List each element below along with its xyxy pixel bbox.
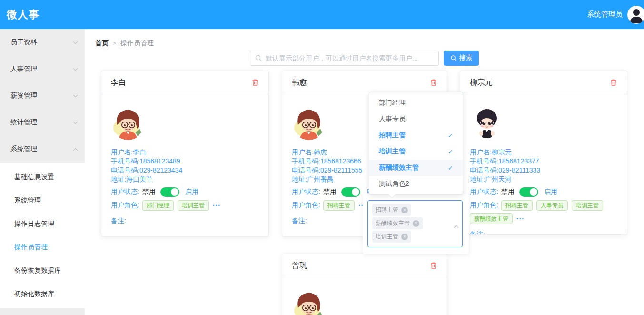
phone-label: 手机号码:	[111, 157, 139, 165]
user-role-row: 用户角色: 部门经理 培训主管 ···	[111, 200, 259, 211]
remove-role-icon[interactable]: ×	[401, 234, 408, 240]
username-value: 李白	[133, 148, 146, 156]
system-management-submenu: 基础信息设置 系统管理 操作日志管理 操作员管理 备份恢复数据库 初始化数据库	[0, 163, 85, 308]
sidebar-item-statistics-management[interactable]: 统计管理	[0, 109, 85, 136]
phone-value: 18568123377	[498, 157, 539, 165]
breadcrumb-current: 操作员管理	[120, 39, 154, 48]
username-label: 用户名:	[470, 148, 492, 156]
check-icon: ✓	[448, 164, 453, 172]
search-button-label: 搜索	[459, 54, 473, 62]
edit-roles-button[interactable]: ···	[516, 215, 525, 223]
sidebar-item-hr-management[interactable]: 人事管理	[0, 56, 85, 82]
trash-icon	[251, 79, 259, 86]
address-value: 海口美兰	[126, 175, 153, 183]
user-state-label: 用户状态:	[292, 188, 320, 196]
chevron-down-icon	[73, 39, 78, 44]
remove-role-icon[interactable]: ×	[413, 220, 419, 227]
dropdown-item-recruit-supervisor[interactable]: 招聘主管 ✓	[369, 127, 463, 143]
address-label: 地址:	[292, 175, 307, 183]
card-header: 李白	[101, 71, 268, 94]
telephone-label: 电话号码:	[470, 166, 498, 174]
submenu-item-operation-log[interactable]: 操作日志管理	[0, 212, 85, 235]
search-bar: 搜索	[250, 51, 479, 66]
menu-label: 薪资管理	[10, 91, 37, 100]
role-tag: 招聘主管	[323, 200, 355, 211]
dropdown-item-label: 部门经理	[379, 99, 406, 107]
selected-role-label: 招聘主管	[376, 206, 398, 214]
dropdown-item-hr-specialist[interactable]: 人事专员	[369, 111, 463, 127]
chevron-down-icon	[73, 66, 78, 71]
role-multi-select[interactable]: 招聘主管 × 薪酬绩效主管 × 培训主管 ×	[367, 200, 463, 247]
submenu-item-basic-info-settings[interactable]: 基础信息设置	[0, 165, 85, 189]
username-label: 用户名:	[111, 148, 133, 156]
trash-icon	[430, 262, 437, 269]
remark-label: 备注:	[111, 217, 259, 225]
username-label: 用户名:	[292, 148, 314, 156]
user-avatar[interactable]	[627, 6, 644, 24]
breadcrumb: 首页 > 操作员管理	[95, 39, 154, 48]
role-tag: 薪酬绩效主管	[470, 213, 513, 224]
delete-user-button[interactable]	[610, 79, 617, 86]
dropdown-item-test-role-2[interactable]: 测试角色2	[369, 176, 463, 192]
phone-value: 18568123666	[320, 157, 361, 165]
phone-label: 手机号码:	[470, 157, 498, 165]
user-menu[interactable]: 系统管理员	[587, 0, 644, 29]
card-body	[282, 277, 447, 315]
submenu-item-operator-management[interactable]: 操作员管理	[0, 235, 85, 259]
menu-label: 统计管理	[10, 118, 37, 127]
state-disabled-label: 禁用	[501, 188, 515, 196]
sidebar-item-employee-data[interactable]: 员工资料	[0, 29, 85, 56]
user-card-liuzongyuan: 柳宗元	[460, 71, 627, 235]
delete-user-button[interactable]	[430, 262, 437, 269]
user-card-zenggong: 曾巩	[282, 254, 447, 315]
card-header: 曾巩	[282, 254, 447, 277]
current-user-name: 系统管理员	[587, 10, 623, 19]
delete-user-button[interactable]	[430, 79, 437, 86]
address-value: 广州天河	[485, 175, 512, 183]
toggle-knob	[352, 188, 359, 196]
selected-role-label: 培训主管	[376, 233, 398, 241]
search-button[interactable]: 搜索	[444, 51, 479, 66]
card-header: 柳宗元	[460, 71, 627, 94]
user-avatar	[111, 106, 259, 140]
role-tag: 招聘主管	[501, 200, 533, 211]
search-input[interactable]	[250, 51, 439, 66]
submenu-item-init-db[interactable]: 初始化数据库	[0, 282, 85, 305]
role-tag: 培训主管	[572, 200, 603, 211]
card-user-name: 柳宗元	[470, 78, 493, 88]
chevron-down-icon	[73, 119, 78, 124]
submenu-item-backup-restore-db[interactable]: 备份恢复数据库	[0, 259, 85, 282]
user-state-toggle[interactable]	[341, 187, 360, 197]
search-icon	[255, 54, 262, 62]
breadcrumb-home[interactable]: 首页	[95, 39, 109, 48]
user-state-toggle[interactable]	[519, 187, 538, 197]
user-role-label: 用户角色:	[292, 201, 320, 210]
delete-user-button[interactable]	[251, 79, 259, 86]
check-icon: ✓	[448, 132, 453, 139]
sidebar-item-salary-management[interactable]: 薪资管理	[0, 82, 85, 109]
remove-role-icon[interactable]: ×	[401, 207, 408, 213]
card-user-name: 曾巩	[292, 261, 307, 271]
edit-roles-button[interactable]: ···	[213, 202, 221, 209]
sidebar: 员工资料 人事管理 薪资管理 统计管理 系统管理 基础信息设置 系统管理 操作日…	[0, 29, 85, 315]
dropdown-item-salary-performance-supervisor[interactable]: 薪酬绩效主管 ✓	[369, 160, 463, 176]
card-body: 用户名:柳宗元 手机号码:18568123377 电话号码:029-821113…	[460, 94, 627, 235]
dropdown-item-training-supervisor[interactable]: 培训主管 ✓	[369, 143, 463, 160]
submenu-item-system-management[interactable]: 系统管理	[0, 189, 85, 212]
telephone-label: 电话号码:	[111, 166, 139, 174]
card-body: 用户名:李白 手机号码:18568123489 电话号码:029-8212343…	[101, 94, 268, 225]
selected-role-tag: 培训主管 ×	[372, 231, 411, 243]
user-state-row: 用户状态: 禁用 启用	[470, 186, 617, 198]
username-value: 柳宗元	[492, 148, 512, 156]
sidebar-item-system-management[interactable]: 系统管理	[0, 136, 85, 163]
card-user-name: 李白	[111, 78, 126, 88]
user-state-label: 用户状态:	[111, 188, 139, 196]
role-tag: 培训主管	[178, 200, 209, 211]
telephone-value: 029-82111555	[320, 166, 362, 174]
dropdown-item-department-manager[interactable]: 部门经理	[369, 95, 463, 111]
telephone-label: 电话号码:	[292, 166, 320, 174]
trash-icon	[610, 79, 617, 86]
menu-label: 员工资料	[10, 38, 37, 47]
user-state-toggle[interactable]	[160, 187, 179, 197]
phone-label: 手机号码:	[292, 157, 320, 165]
